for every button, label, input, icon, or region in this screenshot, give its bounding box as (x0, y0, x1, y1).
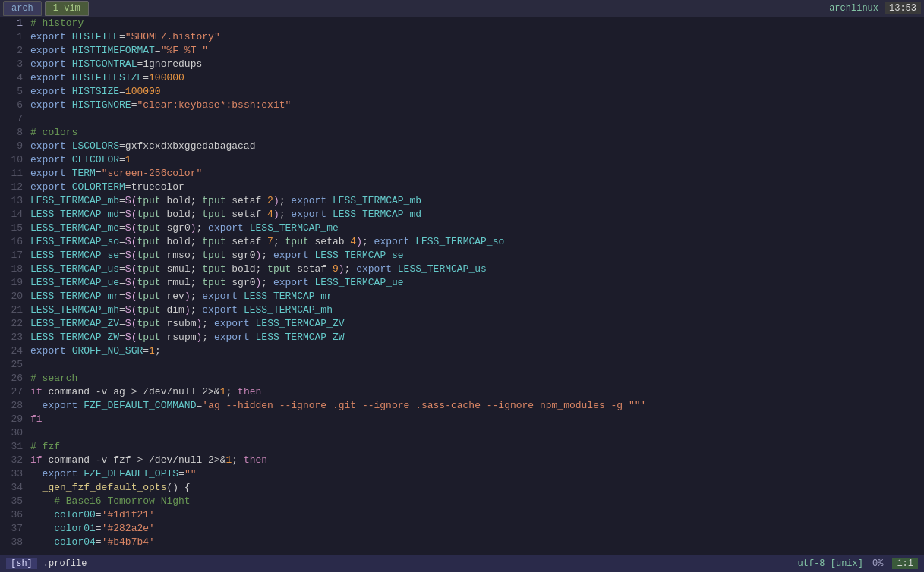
code-area: # history export HISTFILE="$HOME/.histor… (27, 17, 924, 555)
line-num-35: 34 (0, 481, 23, 495)
code-line-7: export HISTIGNORE="clear:keybase*:bssh:e… (30, 99, 924, 112)
line-num-13: 12 (0, 181, 23, 194)
tab-vim[interactable]: 1 vim (45, 1, 89, 16)
code-line-37: color00='#1d1f21' (30, 508, 924, 522)
code-line-26 (30, 358, 924, 372)
line-num-25: 24 (0, 344, 23, 358)
tab-arch-label: arch (11, 3, 33, 14)
line-numbers: 1 1 2 3 4 5 6 7 8 9 10 11 12 13 14 15 16… (0, 17, 27, 555)
line-num-3: 2 (0, 44, 23, 58)
line-num-29: 28 (0, 399, 23, 413)
code-line-16: LESS_TERMCAP_me=$(tput sgr0); export LES… (30, 222, 924, 235)
line-num-38: 37 (0, 522, 23, 536)
code-line-15: LESS_TERMCAP_md=$(tput bold; tput setaf … (30, 208, 924, 222)
status-encoding: utf-8 [unix] (798, 558, 863, 569)
code-line-22: LESS_TERMCAP_mh=$(tput dim); export LESS… (30, 303, 924, 317)
line-num-37: 36 (0, 508, 23, 522)
code-line-30: fi (30, 413, 924, 426)
code-line-38: color01='#282a2e' (30, 522, 924, 536)
tab-vim-label: 1 vim (53, 3, 80, 14)
code-line-9: # colors (30, 126, 924, 140)
line-num-27: 26 (0, 372, 23, 385)
code-line-39: color04='#b4b7b4' (30, 536, 924, 549)
code-line-28: if command -v ag > /dev/null 2>&1; then (30, 385, 924, 399)
code-line-32: # fzf (30, 440, 924, 454)
line-num-14: 13 (0, 194, 23, 208)
line-num-19: 18 (0, 262, 23, 276)
line-num-34: 33 (0, 467, 23, 481)
code-line-6: export HISTSIZE=100000 (30, 85, 924, 99)
line-num-11: 10 (0, 153, 23, 167)
code-line-36: # Base16 Tomorrow Night (30, 495, 924, 508)
line-num-22: 21 (0, 303, 23, 317)
line-num-12: 11 (0, 167, 23, 181)
code-line-29: export FZF_DEFAULT_COMMAND='ag --hidden … (30, 399, 924, 413)
line-num-21: 20 (0, 290, 23, 303)
line-num-32: 31 (0, 440, 23, 454)
line-num-26: 25 (0, 358, 23, 372)
line-num-10: 9 (0, 140, 23, 153)
line-num-16: 15 (0, 222, 23, 235)
line-num-31: 30 (0, 426, 23, 440)
status-filename: .profile (43, 558, 792, 569)
line-num-5: 4 (0, 71, 23, 85)
code-line-34: export FZF_DEFAULT_OPTS="" (30, 467, 924, 481)
line-num-39: 38 (0, 536, 23, 549)
code-line-23: LESS_TERMCAP_ZV=$(tput rsubm); export LE… (30, 317, 924, 331)
clock: 13:53 (885, 2, 921, 14)
code-line-17: LESS_TERMCAP_so=$(tput bold; tput setaf … (30, 235, 924, 249)
code-line-33: if command -v fzf > /dev/null 2>&1; then (30, 454, 924, 467)
code-line-35: _gen_fzf_default_opts() { (30, 481, 924, 495)
code-line-14: LESS_TERMCAP_mb=$(tput bold; tput setaf … (30, 194, 924, 208)
line-num-30: 29 (0, 413, 23, 426)
code-line-3: export HISTTIMEFORMAT="%F %T " (30, 44, 924, 58)
editor: 1 1 2 3 4 5 6 7 8 9 10 11 12 13 14 15 16… (0, 17, 924, 555)
status-mode: [sh] (6, 558, 37, 569)
status-right: utf-8 [unix] 0% 1:1 (798, 558, 918, 569)
line-num-33: 32 (0, 454, 23, 467)
line-num-6: 5 (0, 85, 23, 99)
code-line-4: export HISTCONTRAL=ignoredups (30, 58, 924, 71)
code-line-12: export TERM="screen-256color" (30, 167, 924, 181)
code-line-25: export GROFF_NO_SGR=1; (30, 344, 924, 358)
line-num-24: 23 (0, 331, 23, 344)
status-bar: [sh] .profile utf-8 [unix] 0% 1:1 (0, 555, 924, 572)
top-right: archlinux 13:53 (829, 2, 921, 14)
tab-bar: arch 1 vim archlinux 13:53 (0, 0, 924, 17)
code-line-21: LESS_TERMCAP_mr=$(tput rev); export LESS… (30, 290, 924, 303)
tab-arch[interactable]: arch (3, 1, 42, 16)
line-num-9: 8 (0, 126, 23, 140)
code-line-2: export HISTFILE="$HOME/.history" (30, 30, 924, 44)
line-num-8: 7 (0, 112, 23, 126)
line-num-4: 3 (0, 58, 23, 71)
code-line-10: export LSCOLORS=gxfxcxdxbxggedabagacad (30, 140, 924, 153)
code-line-20: LESS_TERMCAP_ue=$(tput rmul; tput sgr0);… (30, 276, 924, 290)
line-num-7: 6 (0, 99, 23, 112)
status-position: 1:1 (892, 558, 918, 569)
code-line-1: # history (30, 17, 924, 30)
line-num-2: 1 (0, 30, 23, 44)
line-num-28: 27 (0, 385, 23, 399)
code-line-8 (30, 112, 924, 126)
status-percent: 0% (872, 558, 883, 569)
code-line-19: LESS_TERMCAP_us=$(tput smul; tput bold; … (30, 262, 924, 276)
line-num-17: 16 (0, 235, 23, 249)
hostname: archlinux (829, 3, 878, 14)
code-line-31 (30, 426, 924, 440)
code-line-27: # search (30, 372, 924, 385)
code-line-5: export HISTFILESIZE=100000 (30, 71, 924, 85)
code-line-18: LESS_TERMCAP_se=$(tput rmso; tput sgr0);… (30, 249, 924, 262)
line-num-20: 19 (0, 276, 23, 290)
line-num-36: 35 (0, 495, 23, 508)
line-num-18: 17 (0, 249, 23, 262)
code-line-13: export COLORTERM=truecolor (30, 181, 924, 194)
line-num-1: 1 (0, 17, 23, 30)
code-line-24: LESS_TERMCAP_ZW=$(tput rsupm); export LE… (30, 331, 924, 344)
line-num-15: 14 (0, 208, 23, 222)
code-line-11: export CLICOLOR=1 (30, 153, 924, 167)
line-num-23: 22 (0, 317, 23, 331)
